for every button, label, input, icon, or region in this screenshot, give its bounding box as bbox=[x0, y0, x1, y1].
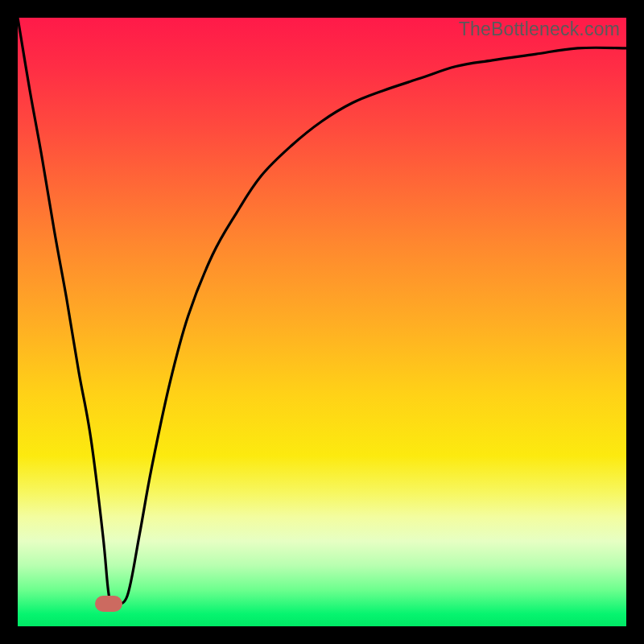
bottleneck-curve bbox=[18, 18, 626, 626]
plot-area: TheBottleneck.com bbox=[18, 18, 626, 626]
optimal-marker bbox=[95, 596, 122, 612]
